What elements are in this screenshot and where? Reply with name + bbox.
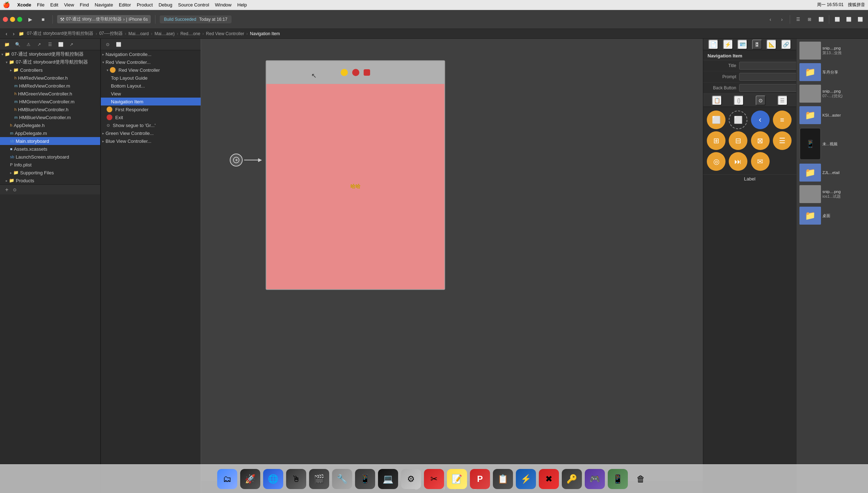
tree-item-main-storyboard[interactable]: sb Main.storyboard bbox=[0, 137, 100, 145]
apple-menu[interactable]: 🍎 bbox=[3, 1, 10, 8]
comp-tab-4[interactable]: ☰ bbox=[778, 95, 788, 105]
component-message-controller[interactable]: ✉ bbox=[751, 152, 770, 171]
menu-navigate[interactable]: Navigate bbox=[95, 2, 113, 8]
breadcrumb-item-4[interactable]: Red....one bbox=[179, 31, 201, 36]
menu-editor[interactable]: Editor bbox=[119, 2, 131, 8]
dock-red-app[interactable]: ✖ bbox=[539, 469, 559, 489]
scene-top-layout[interactable]: Top Layout Guide bbox=[101, 74, 201, 82]
component-avkit-controller[interactable]: ⏭ bbox=[729, 152, 747, 171]
close-button[interactable] bbox=[3, 17, 8, 22]
scene-first-responder[interactable]: First Responder bbox=[101, 105, 201, 113]
dock-ios-sim[interactable]: 📱 bbox=[608, 469, 628, 489]
breadcrumb-item-1[interactable]: 07----控制器 bbox=[98, 30, 124, 37]
component-storyboard-ref[interactable]: ⬜ bbox=[729, 111, 747, 129]
tree-item-supporting[interactable]: ▸ 📁 Supporting Files bbox=[0, 169, 100, 177]
tree-item-appdelegate-m[interactable]: m AppDelegate.m bbox=[0, 129, 100, 137]
component-table-controller[interactable]: ≡ bbox=[773, 111, 792, 129]
minimize-button[interactable] bbox=[10, 17, 15, 22]
scene-view[interactable]: View bbox=[101, 90, 201, 98]
dock-notes[interactable]: 📝 bbox=[447, 469, 467, 489]
scene-exit[interactable]: Exit bbox=[101, 113, 201, 121]
desktop-item-phone[interactable]: 📱 未...视频 bbox=[798, 126, 867, 161]
desktop-item-5[interactable]: 📁 ZJL...etail bbox=[798, 162, 867, 183]
sidebar-folder-btn[interactable]: 📁 bbox=[3, 41, 11, 48]
stop-button[interactable]: ■ bbox=[38, 14, 48, 24]
comp-tab-3[interactable]: ⊙ bbox=[756, 95, 766, 105]
comp-tab-2[interactable]: {} bbox=[734, 95, 744, 105]
inspector-tab-quick[interactable]: ⚡ bbox=[723, 39, 733, 50]
inspector-toggle-1[interactable]: ⬜ bbox=[832, 14, 842, 24]
sidebar-warning-btn[interactable]: ⚠ bbox=[24, 41, 32, 48]
tree-item-appdelegate-h[interactable]: h AppDelegate.h bbox=[0, 121, 100, 129]
tree-item-hmred-m[interactable]: m HMRedViewController.m bbox=[0, 82, 100, 90]
input-method[interactable]: 搜狐拼音 bbox=[848, 2, 865, 8]
menu-find[interactable]: Find bbox=[80, 2, 89, 8]
inspector-tab-identity[interactable]: 🪪 bbox=[737, 39, 747, 50]
component-nav-controller[interactable]: ‹ bbox=[751, 111, 770, 129]
breadcrumb-item-0[interactable]: 07-通过 storyboard使用导航控制器 bbox=[25, 30, 95, 37]
dock-game-app[interactable]: 🎮 bbox=[585, 469, 605, 489]
sidebar-breakpoint-btn[interactable]: ⬜ bbox=[57, 41, 65, 48]
nav-next-button[interactable]: › bbox=[777, 14, 787, 24]
sidebar-log-btn[interactable]: ↗ bbox=[67, 41, 75, 48]
view-toggle-3[interactable]: ⬜ bbox=[816, 14, 826, 24]
breadcrumb-item-5[interactable]: Red View Controller bbox=[205, 31, 246, 36]
dock-code-editor[interactable]: ⚡ bbox=[516, 469, 536, 489]
scene-nav-controller[interactable]: ▸ Navigation Controlle... bbox=[101, 50, 201, 58]
inspector-tab-attributes[interactable]: 🎛 bbox=[752, 39, 762, 50]
tree-item-assets[interactable]: ■ Assets.xcassets bbox=[0, 145, 100, 153]
menu-product[interactable]: Product bbox=[137, 2, 153, 8]
desktop-item-desktop[interactable]: 📁 桌面 bbox=[798, 205, 867, 226]
tree-item-hmgreen-m[interactable]: m HMGreenViewController.m bbox=[0, 98, 100, 105]
tree-item-hmblue-h[interactable]: h HMBlueViewController.h bbox=[0, 105, 100, 113]
scene-bottom-layout[interactable]: Bottom Layout... bbox=[101, 82, 201, 90]
component-split-controller[interactable]: ⊟ bbox=[729, 131, 747, 150]
tree-item-info-plist[interactable]: P Info.plist bbox=[0, 161, 100, 169]
maximize-button[interactable] bbox=[17, 17, 22, 22]
tree-item-products[interactable]: ▸ 📁 Products bbox=[0, 177, 100, 184]
comp-tab-1[interactable]: 📋 bbox=[712, 95, 722, 105]
desktop-item-2[interactable]: 📁 车丹分享 bbox=[798, 62, 867, 83]
menu-debug[interactable]: Debug bbox=[159, 2, 172, 8]
breadcrumb-nav-next[interactable]: › bbox=[10, 30, 17, 37]
view-toggle-1[interactable]: ☰ bbox=[793, 14, 803, 24]
component-page-controller[interactable]: ☰ bbox=[773, 131, 792, 150]
tree-item-hmgreen-h[interactable]: h HMGreenViewController.h bbox=[0, 90, 100, 98]
dock-launchpad[interactable]: 🚀 bbox=[240, 469, 260, 489]
tree-item-hmred-h[interactable]: h HMRedViewController.h bbox=[0, 74, 100, 82]
component-view-controller[interactable]: ⬜ bbox=[707, 111, 725, 129]
sidebar-debug-btn[interactable]: ☰ bbox=[46, 41, 54, 48]
dock-tools[interactable]: 🔧 bbox=[332, 469, 352, 489]
dock-text-editor[interactable]: 📋 bbox=[493, 469, 513, 489]
scene-red-controller[interactable]: ▾ Red View Controller bbox=[101, 66, 201, 74]
dock-p-app[interactable]: P bbox=[470, 469, 490, 489]
scene-red-group[interactable]: ▾ Red View Controller... bbox=[101, 58, 201, 66]
run-button[interactable]: ▶ bbox=[25, 14, 35, 24]
scene-green-controller[interactable]: ▸ Green View Controlle... bbox=[101, 129, 201, 137]
menu-source-control[interactable]: Source Control bbox=[178, 2, 209, 8]
menu-view[interactable]: View bbox=[64, 2, 74, 8]
view-toggle-2[interactable]: ⊞ bbox=[804, 14, 815, 24]
breadcrumb-nav-prev[interactable]: ‹ bbox=[3, 30, 10, 37]
dock-safari[interactable]: 🌐 bbox=[263, 469, 283, 489]
dock-mouse[interactable]: 🖱 bbox=[286, 469, 306, 489]
tree-item-hmblue-m[interactable]: m HMBlueViewController.m bbox=[0, 113, 100, 121]
inspector-toggle-2[interactable]: ⬜ bbox=[844, 14, 854, 24]
menu-xcode[interactable]: Xcode bbox=[17, 2, 31, 8]
scheme-selector[interactable]: ⚒ 07-通过 story....使导航控制器 › | iPhone 6s bbox=[57, 15, 151, 23]
inspector-tab-file[interactable]: 📄 bbox=[708, 39, 718, 50]
scene-nav-item[interactable]: Navigation Item bbox=[101, 98, 201, 105]
component-collection-controller[interactable]: ⊞ bbox=[707, 131, 725, 150]
dock-media[interactable]: 🎬 bbox=[309, 469, 329, 489]
dock-iphone-util[interactable]: 📱 bbox=[355, 469, 375, 489]
sidebar-add-button[interactable]: + bbox=[3, 186, 11, 194]
prompt-field-input[interactable] bbox=[739, 73, 798, 81]
breadcrumb-item-2[interactable]: Mai....oard bbox=[127, 31, 150, 36]
sidebar-filter-button[interactable]: ⊙ bbox=[11, 186, 19, 194]
menu-file[interactable]: File bbox=[37, 2, 45, 8]
scene-show-segue[interactable]: ⊙ Show segue to 'Gr...' bbox=[101, 121, 201, 129]
inspector-tab-size[interactable]: 📐 bbox=[766, 39, 776, 50]
component-glk-controller[interactable]: ◎ bbox=[707, 152, 725, 171]
tree-item-root[interactable]: ▾ 📁 07-通过 storyboard使用导航控制器 bbox=[0, 50, 100, 58]
dock-trash[interactable]: 🗑 bbox=[631, 469, 651, 489]
